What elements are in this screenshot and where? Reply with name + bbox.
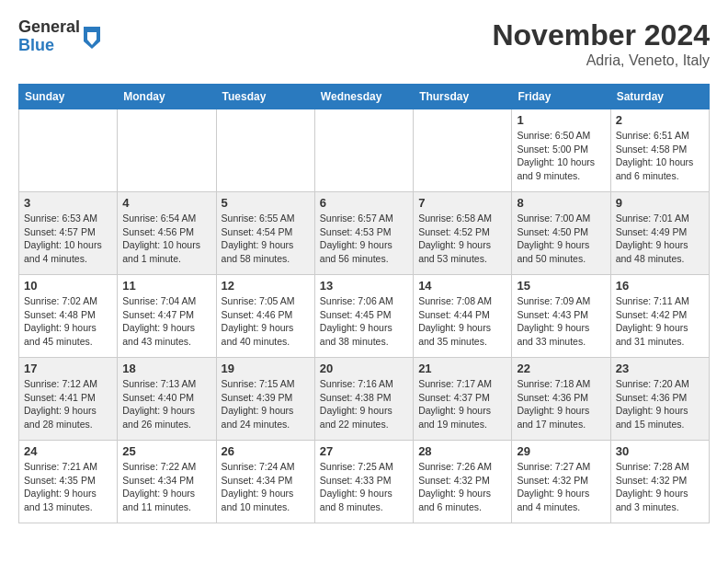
day-number: 20	[320, 362, 408, 375]
day-info: Sunrise: 7:20 AMSunset: 4:36 PMDaylight:…	[616, 377, 704, 431]
day-number: 22	[517, 362, 605, 375]
day-number: 25	[122, 444, 210, 458]
day-info: Sunrise: 7:01 AMSunset: 4:49 PMDaylight:…	[616, 212, 704, 266]
weekday-header-friday: Friday	[512, 85, 610, 109]
weekday-header-saturday: Saturday	[610, 85, 709, 109]
weekday-header-thursday: Thursday	[414, 85, 512, 109]
weekday-header-tuesday: Tuesday	[216, 85, 314, 109]
calendar-cell: 20Sunrise: 7:16 AMSunset: 4:38 PMDayligh…	[314, 358, 413, 441]
day-number: 11	[122, 279, 210, 293]
calendar-cell: 17Sunrise: 7:12 AMSunset: 4:41 PMDayligh…	[19, 358, 118, 441]
weekday-header-row: SundayMondayTuesdayWednesdayThursdayFrid…	[19, 85, 710, 109]
calendar-cell	[414, 109, 512, 192]
day-info: Sunrise: 7:16 AMSunset: 4:38 PMDaylight:…	[320, 377, 408, 431]
day-number: 12	[222, 279, 310, 293]
day-number: 2	[616, 113, 704, 127]
day-info: Sunrise: 7:05 AMSunset: 4:46 PMDaylight:…	[222, 294, 310, 349]
calendar-cell: 13Sunrise: 7:06 AMSunset: 4:45 PMDayligh…	[314, 275, 413, 358]
day-info: Sunrise: 7:15 AMSunset: 4:39 PMDaylight:…	[222, 377, 310, 431]
day-info: Sunrise: 7:25 AMSunset: 4:33 PMDaylight:…	[320, 460, 408, 514]
day-info: Sunrise: 6:50 AMSunset: 5:00 PMDaylight:…	[517, 129, 605, 183]
calendar-week-4: 17Sunrise: 7:12 AMSunset: 4:41 PMDayligh…	[19, 358, 710, 441]
calendar-cell: 1Sunrise: 6:50 AMSunset: 5:00 PMDaylight…	[512, 109, 610, 192]
day-info: Sunrise: 7:12 AMSunset: 4:41 PMDaylight:…	[24, 377, 112, 431]
day-number: 13	[320, 279, 408, 293]
day-info: Sunrise: 6:53 AMSunset: 4:57 PMDaylight:…	[24, 212, 112, 266]
day-info: Sunrise: 7:21 AMSunset: 4:35 PMDaylight:…	[24, 460, 112, 514]
month-title: November 2024 Adria, Veneto, Italy	[492, 18, 710, 69]
calendar-cell	[118, 109, 216, 192]
day-info: Sunrise: 6:54 AMSunset: 4:56 PMDaylight:…	[122, 212, 210, 266]
day-number: 8	[517, 196, 605, 210]
day-info: Sunrise: 7:02 AMSunset: 4:48 PMDaylight:…	[24, 294, 112, 349]
day-info: Sunrise: 7:24 AMSunset: 4:34 PMDaylight:…	[222, 460, 310, 514]
calendar-week-1: 1Sunrise: 6:50 AMSunset: 5:00 PMDaylight…	[19, 109, 710, 192]
weekday-header-wednesday: Wednesday	[314, 85, 413, 109]
calendar-cell: 12Sunrise: 7:05 AMSunset: 4:46 PMDayligh…	[216, 275, 314, 358]
day-number: 29	[517, 444, 605, 458]
day-number: 24	[24, 444, 112, 458]
day-number: 19	[222, 362, 310, 375]
day-info: Sunrise: 7:11 AMSunset: 4:42 PMDaylight:…	[616, 294, 704, 349]
day-info: Sunrise: 6:57 AMSunset: 4:53 PMDaylight:…	[320, 212, 408, 266]
calendar-cell: 7Sunrise: 6:58 AMSunset: 4:52 PMDaylight…	[414, 192, 512, 275]
weekday-header-sunday: Sunday	[19, 85, 118, 109]
day-number: 15	[517, 279, 605, 293]
calendar-cell: 11Sunrise: 7:04 AMSunset: 4:47 PMDayligh…	[118, 275, 216, 358]
calendar-cell: 3Sunrise: 6:53 AMSunset: 4:57 PMDaylight…	[19, 192, 118, 275]
day-number: 14	[418, 279, 506, 293]
calendar-cell: 25Sunrise: 7:22 AMSunset: 4:34 PMDayligh…	[118, 441, 216, 523]
calendar-cell: 27Sunrise: 7:25 AMSunset: 4:33 PMDayligh…	[314, 441, 413, 523]
calendar-cell	[314, 109, 413, 192]
calendar-table: SundayMondayTuesdayWednesdayThursdayFrid…	[18, 84, 710, 523]
day-info: Sunrise: 6:55 AMSunset: 4:54 PMDaylight:…	[222, 212, 310, 266]
day-number: 23	[616, 362, 704, 375]
day-number: 30	[616, 444, 704, 458]
logo-icon	[82, 25, 102, 49]
calendar-cell: 9Sunrise: 7:01 AMSunset: 4:49 PMDaylight…	[610, 192, 709, 275]
month-year: November 2024	[492, 18, 710, 52]
day-number: 6	[320, 196, 408, 210]
calendar-cell: 15Sunrise: 7:09 AMSunset: 4:43 PMDayligh…	[512, 275, 610, 358]
calendar-cell: 29Sunrise: 7:27 AMSunset: 4:32 PMDayligh…	[512, 441, 610, 523]
day-number: 3	[24, 196, 112, 210]
calendar-cell: 2Sunrise: 6:51 AMSunset: 4:58 PMDaylight…	[610, 109, 709, 192]
calendar-cell	[216, 109, 314, 192]
calendar-cell: 18Sunrise: 7:13 AMSunset: 4:40 PMDayligh…	[118, 358, 216, 441]
calendar-cell: 28Sunrise: 7:26 AMSunset: 4:32 PMDayligh…	[414, 441, 512, 523]
day-info: Sunrise: 7:17 AMSunset: 4:37 PMDaylight:…	[418, 377, 506, 431]
day-number: 27	[320, 444, 408, 458]
calendar-cell: 16Sunrise: 7:11 AMSunset: 4:42 PMDayligh…	[610, 275, 709, 358]
day-info: Sunrise: 7:08 AMSunset: 4:44 PMDaylight:…	[418, 294, 506, 349]
day-number: 28	[418, 444, 506, 458]
logo-text: General Blue	[18, 18, 80, 55]
weekday-header-monday: Monday	[118, 85, 216, 109]
calendar-cell: 5Sunrise: 6:55 AMSunset: 4:54 PMDaylight…	[216, 192, 314, 275]
day-number: 16	[616, 279, 704, 293]
day-number: 9	[616, 196, 704, 210]
logo-blue: Blue	[18, 37, 80, 55]
calendar-cell: 6Sunrise: 6:57 AMSunset: 4:53 PMDaylight…	[314, 192, 413, 275]
day-number: 21	[418, 362, 506, 375]
day-info: Sunrise: 7:18 AMSunset: 4:36 PMDaylight:…	[517, 377, 605, 431]
calendar-cell	[19, 109, 118, 192]
day-number: 26	[222, 444, 310, 458]
day-number: 18	[122, 362, 210, 375]
calendar-cell: 4Sunrise: 6:54 AMSunset: 4:56 PMDaylight…	[118, 192, 216, 275]
page-header: General Blue November 2024 Adria, Veneto…	[18, 18, 710, 69]
day-info: Sunrise: 7:13 AMSunset: 4:40 PMDaylight:…	[122, 377, 210, 431]
calendar-cell: 10Sunrise: 7:02 AMSunset: 4:48 PMDayligh…	[19, 275, 118, 358]
day-number: 7	[418, 196, 506, 210]
location: Adria, Veneto, Italy	[492, 52, 710, 69]
calendar-week-3: 10Sunrise: 7:02 AMSunset: 4:48 PMDayligh…	[19, 275, 710, 358]
calendar-week-2: 3Sunrise: 6:53 AMSunset: 4:57 PMDaylight…	[19, 192, 710, 275]
day-info: Sunrise: 7:06 AMSunset: 4:45 PMDaylight:…	[320, 294, 408, 349]
logo: General Blue	[18, 18, 102, 55]
day-number: 17	[24, 362, 112, 375]
calendar-cell: 22Sunrise: 7:18 AMSunset: 4:36 PMDayligh…	[512, 358, 610, 441]
day-number: 1	[517, 113, 605, 127]
day-info: Sunrise: 6:51 AMSunset: 4:58 PMDaylight:…	[616, 129, 704, 183]
day-info: Sunrise: 7:28 AMSunset: 4:32 PMDaylight:…	[616, 460, 704, 514]
calendar-cell: 30Sunrise: 7:28 AMSunset: 4:32 PMDayligh…	[610, 441, 709, 523]
calendar-week-5: 24Sunrise: 7:21 AMSunset: 4:35 PMDayligh…	[19, 441, 710, 523]
